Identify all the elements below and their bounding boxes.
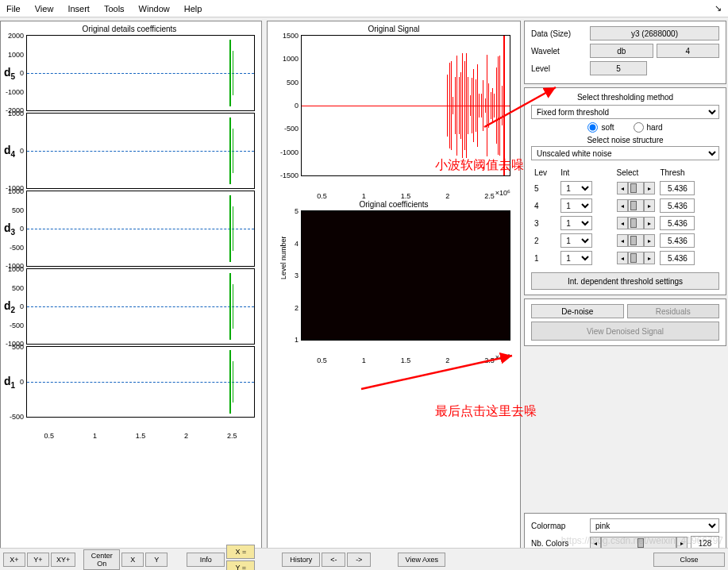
wavelet-label: Wavelet — [531, 47, 587, 56]
residuals-button[interactable]: Residuals — [627, 304, 720, 318]
wavelet-number[interactable]: 4 — [657, 44, 720, 58]
thresh-slider-inc[interactable]: ▸ — [644, 252, 655, 264]
col-select: Select — [615, 167, 657, 179]
menu-view[interactable]: View — [35, 4, 54, 13]
thresh-slider-inc[interactable]: ▸ — [644, 182, 655, 194]
thresh-lev: 4 — [533, 198, 557, 214]
bottom-toolbar: X+ Y+ XY+ Center On X Y Info X = Y = His… — [0, 548, 728, 570]
signal-panel: Original Signal 150010005000-500-1000-15… — [267, 21, 521, 559]
thresh-value[interactable] — [660, 251, 695, 265]
radio-soft[interactable]: soft — [587, 122, 614, 133]
menu-tools[interactable]: Tools — [104, 4, 125, 13]
thresh-slider[interactable] — [628, 199, 645, 212]
details-panel: Original details coefficients d520001000… — [0, 21, 262, 559]
thresh-value[interactable] — [660, 198, 695, 213]
detail-plot-d5: 200010000-1000-2000 — [26, 35, 255, 111]
thresh-value[interactable] — [660, 181, 695, 195]
signal-xexp: ×10⁶ — [495, 189, 510, 197]
col-lev: Lev — [533, 167, 557, 179]
thresh-int-select[interactable]: 1 — [560, 216, 592, 230]
thresh-slider-dec[interactable]: ◂ — [617, 199, 628, 212]
history-back[interactable]: <- — [322, 553, 345, 567]
close-button[interactable]: Close — [653, 553, 725, 567]
details-xaxis: 0.511.522.5 — [26, 432, 255, 441]
thresh-slider-dec[interactable]: ◂ — [617, 182, 628, 194]
detail-plot-d1: 5000-500 — [26, 346, 255, 418]
detail-plot-d3: 10005000-500-1000 — [26, 191, 255, 267]
thresh-slider[interactable] — [628, 182, 645, 194]
thresh-int-select[interactable]: 1 — [560, 198, 592, 213]
radio-hard-input[interactable] — [634, 122, 644, 133]
menubar: File View Insert Tools Window Help ↘ — [0, 0, 728, 17]
controls-panel: Data (Size) y3 (2688000) Wavelet db 4 Le… — [524, 21, 726, 559]
radio-hard[interactable]: hard — [634, 122, 663, 133]
info-button[interactable]: Info — [187, 553, 225, 567]
menu-window[interactable]: Window — [139, 4, 170, 13]
zoom-y-plus[interactable]: Y+ — [27, 553, 49, 567]
thresh-row: 21◂▸ — [533, 233, 718, 248]
radio-soft-input[interactable] — [587, 122, 598, 133]
zoom-x-plus[interactable]: X+ — [3, 553, 25, 567]
noise-struct-title: Select noise structure — [531, 136, 719, 144]
thresh-row: 31◂▸ — [533, 215, 718, 231]
coef-plot: 54321 Level number — [301, 210, 510, 341]
data-size-label: Data (Size) — [531, 29, 587, 38]
thresh-slider[interactable] — [628, 217, 645, 229]
thresh-slider[interactable] — [628, 252, 645, 264]
thresh-row: 41◂▸ — [533, 198, 718, 214]
coef-ylabel: Level number — [279, 236, 287, 279]
thresh-slider-dec[interactable]: ◂ — [617, 252, 628, 264]
thresh-lev: 3 — [533, 215, 557, 231]
thresh-slider-inc[interactable]: ▸ — [644, 234, 655, 247]
view-denoised-button[interactable]: View Denoised Signal — [531, 322, 719, 341]
thresh-slider[interactable] — [628, 234, 645, 247]
thresh-int-select[interactable]: 1 — [560, 251, 592, 265]
menu-file[interactable]: File — [6, 4, 21, 13]
col-thresh: Thresh — [658, 167, 718, 179]
thresh-slider-inc[interactable]: ▸ — [644, 217, 655, 229]
coef-xaxis: 0.511.522.5 — [301, 356, 510, 366]
col-int: Int — [559, 167, 613, 179]
coord-x: X = — [226, 545, 255, 559]
history-fwd[interactable]: -> — [347, 553, 371, 567]
thresh-slider-inc[interactable]: ▸ — [644, 199, 655, 212]
nbcolors-label: Nb. Colors — [531, 539, 587, 548]
wavelet-family[interactable]: db — [590, 44, 653, 58]
thresh-slider-dec[interactable]: ◂ — [617, 234, 628, 247]
colormap-select[interactable]: pink — [590, 518, 719, 533]
signal-plot: 150010005000-500-1000-1500 — [301, 35, 510, 176]
zoom-xy-plus[interactable]: XY+ — [51, 553, 75, 567]
detail-plot-d2: 10005000-500-1000 — [26, 268, 255, 345]
thresh-row: 51◂▸ — [533, 180, 718, 196]
signal-xaxis: 0.511.522.5 — [301, 192, 510, 202]
int-dependent-button[interactable]: Int. dependent threshold settings — [531, 272, 719, 290]
close-icon[interactable]: ↘ — [715, 3, 722, 13]
level-label: Level — [531, 64, 587, 73]
detail-plot-d4: 10000-1000 — [26, 113, 255, 189]
details-title: Original details coefficients — [4, 25, 255, 33]
thresh-lev: 5 — [533, 180, 557, 196]
thresh-int-select[interactable]: 1 — [560, 233, 592, 248]
menu-insert[interactable]: Insert — [67, 4, 90, 13]
thresh-lev: 2 — [533, 233, 557, 248]
noise-struct-select[interactable]: Unscaled white noise — [531, 146, 719, 160]
colormap-label: Colormap — [531, 522, 587, 530]
thresh-value[interactable] — [660, 233, 695, 248]
center-on-button[interactable]: Center On — [83, 549, 120, 570]
thresh-method-select[interactable]: Fixed form threshold — [531, 105, 719, 119]
center-x[interactable]: X — [121, 553, 144, 567]
signal-title: Original Signal — [271, 25, 517, 33]
thresh-value[interactable] — [660, 216, 695, 230]
center-y[interactable]: Y — [145, 553, 168, 567]
data-size-value[interactable]: y3 (2688000) — [590, 26, 719, 40]
level-value[interactable]: 5 — [590, 61, 647, 75]
thresh-lev: 1 — [533, 250, 557, 266]
thresh-int-select[interactable]: 1 — [560, 181, 592, 195]
thresh-method-title: Select thresholding method — [531, 93, 719, 102]
view-axes-button[interactable]: View Axes — [398, 553, 445, 567]
denoise-button[interactable]: De-noise — [531, 304, 624, 318]
history-button[interactable]: History — [282, 553, 320, 567]
thresh-slider-dec[interactable]: ◂ — [617, 217, 628, 229]
coef-xexp: ×10⁶ — [495, 353, 510, 361]
menu-help[interactable]: Help — [184, 4, 202, 13]
